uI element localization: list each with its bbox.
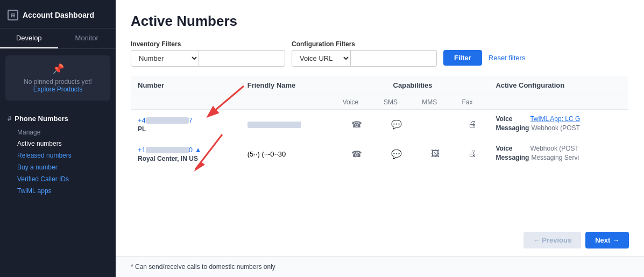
config-voice-value-2: Webhook (POST bbox=[530, 145, 578, 152]
explore-products-link[interactable]: Explore Products bbox=[33, 86, 82, 93]
config-voice-label-2: Voice bbox=[496, 145, 528, 152]
pin-icon: 📌 bbox=[11, 63, 105, 75]
sidebar-item-active-numbers[interactable]: Active numbers bbox=[14, 138, 110, 150]
account-icon: ⊞ bbox=[8, 10, 18, 20]
config-cell-2: Voice Webhook (POST Messaging Messaging … bbox=[489, 139, 628, 169]
voice-cap-2: ☎ bbox=[336, 139, 377, 169]
config-msg-value-1: Webhook (POST bbox=[531, 124, 579, 132]
table-header-row: Number Friendly Name Capabilities Active… bbox=[131, 76, 629, 95]
main-content: Active Numbers Inventory Filters Number … bbox=[116, 0, 644, 224]
numbers-table-wrapper: Number Friendly Name Capabilities Active… bbox=[131, 75, 629, 169]
manage-label: Manage bbox=[14, 127, 110, 138]
tab-develop[interactable]: Develop bbox=[0, 29, 58, 48]
cap-sub-headers: Voice SMS MMS Fax bbox=[131, 95, 629, 110]
config-msg-label-1: Messaging bbox=[496, 124, 529, 132]
number-link-2[interactable]: +10 ▲ bbox=[138, 146, 202, 154]
col-active-config: Active Configuration bbox=[489, 76, 628, 95]
number-cell-2: +10 ▲ Royal Center, IN US bbox=[131, 139, 241, 169]
reset-filters-button[interactable]: Reset filters bbox=[486, 50, 528, 66]
phone-numbers-label: Phone Numbers bbox=[15, 115, 68, 123]
config-msg-value-2: Messaging Servi bbox=[531, 154, 579, 161]
sidebar-header[interactable]: ⊞ Account Dashboard bbox=[0, 0, 116, 29]
config-filter-group: Configuration Filters Voice URL SMS URL … bbox=[292, 40, 437, 67]
cap-voice: Voice bbox=[336, 95, 377, 110]
config-filter-select[interactable]: Voice URL SMS URL MMS URL bbox=[292, 50, 351, 67]
account-dashboard-label: Account Dashboard bbox=[23, 11, 94, 19]
fax-cap-1: 🖨 bbox=[456, 110, 490, 139]
voice-cap-1: ☎ bbox=[336, 110, 377, 139]
filters-row: Inventory Filters Number Friendly Name S… bbox=[131, 40, 629, 67]
sidebar-item-verified-caller-ids[interactable]: Verified Caller IDs bbox=[14, 173, 110, 185]
table-row: +10 ▲ Royal Center, IN US (5··) (··-0··3… bbox=[131, 139, 629, 169]
sidebar-item-twil-apps[interactable]: TwiML apps bbox=[14, 185, 110, 197]
number-location-2: Royal Center, IN US bbox=[138, 155, 235, 162]
config-voice-label-1: Voice bbox=[496, 115, 528, 123]
pinned-message: No pinned products yet! bbox=[11, 78, 105, 86]
mms-cap-1 bbox=[415, 110, 455, 139]
phone-numbers-sub: Manage Active numbers Released numbers B… bbox=[5, 127, 110, 197]
filter-button[interactable]: Filter bbox=[443, 50, 482, 66]
sms-cap-2: 💬 bbox=[377, 139, 415, 169]
main-content-area: Active Numbers Inventory Filters Number … bbox=[116, 0, 644, 277]
filter-buttons: Filter Reset filters bbox=[443, 50, 527, 66]
footer-note-text: * Can send/receive calls to domestic num… bbox=[131, 263, 275, 271]
inventory-filter-input[interactable] bbox=[199, 50, 285, 67]
phone-numbers-section: # Phone Numbers Manage Active numbers Re… bbox=[0, 107, 116, 199]
numbers-table: Number Friendly Name Capabilities Active… bbox=[131, 75, 629, 169]
sidebar-item-buy-number[interactable]: Buy a number bbox=[14, 161, 110, 173]
inventory-filter-select[interactable]: Number Friendly Name Status bbox=[131, 50, 199, 67]
inventory-filter-group: Inventory Filters Number Friendly Name S… bbox=[131, 40, 285, 67]
number-cell-1: +47 PL bbox=[131, 110, 241, 139]
config-voice-value-1[interactable]: TwiML App: LC G bbox=[530, 115, 580, 123]
phone-numbers-header[interactable]: # Phone Numbers bbox=[5, 112, 110, 125]
tab-monitor[interactable]: Monitor bbox=[58, 29, 116, 48]
sidebar: ⊞ Account Dashboard Develop Monitor 📌 No… bbox=[0, 0, 116, 277]
inventory-filter-inputs: Number Friendly Name Status bbox=[131, 50, 285, 67]
pagination-row: ← Previous Next → bbox=[116, 224, 644, 254]
config-filter-label: Configuration Filters bbox=[292, 40, 437, 48]
footer-note: * Can send/receive calls to domestic num… bbox=[116, 256, 644, 277]
sms-cap-1: 💬 bbox=[377, 110, 415, 139]
page-title: Active Numbers bbox=[131, 13, 629, 30]
config-msg-label-2: Messaging bbox=[496, 154, 529, 161]
config-cell-1: Voice TwiML App: LC G Messaging Webhook … bbox=[489, 110, 628, 139]
hash-icon: # bbox=[8, 115, 11, 123]
number-location-1: PL bbox=[138, 125, 235, 133]
next-button[interactable]: Next → bbox=[585, 232, 629, 248]
fax-cap-2: 🖨 bbox=[456, 139, 490, 169]
friendly-name-blur-1 bbox=[247, 122, 301, 128]
cap-fax: Fax bbox=[456, 95, 490, 110]
col-friendly-name: Friendly Name bbox=[241, 76, 336, 95]
friendly-name-cell-1 bbox=[241, 110, 336, 139]
number-link-1[interactable]: +47 bbox=[138, 116, 193, 124]
config-filter-input[interactable] bbox=[351, 50, 437, 67]
col-number: Number bbox=[131, 76, 241, 95]
friendly-name-text-2: (5··) (··-0··30 bbox=[247, 150, 286, 158]
sidebar-tabs: Develop Monitor bbox=[0, 29, 116, 49]
table-row: +47 PL ☎ 💬 🖨 Voice bbox=[131, 110, 629, 139]
pinned-products: 📌 No pinned products yet! Explore Produc… bbox=[5, 55, 110, 101]
inventory-filter-label: Inventory Filters bbox=[131, 40, 285, 48]
mms-cap-2: 🖼 bbox=[415, 139, 455, 169]
cap-sms: SMS bbox=[377, 95, 415, 110]
sidebar-item-released-numbers[interactable]: Released numbers bbox=[14, 150, 110, 161]
config-filter-inputs: Voice URL SMS URL MMS URL bbox=[292, 50, 437, 67]
friendly-name-cell-2: (5··) (··-0··30 bbox=[241, 139, 336, 169]
col-capabilities: Capabilities bbox=[336, 76, 490, 95]
previous-button[interactable]: ← Previous bbox=[523, 232, 582, 248]
cap-mms: MMS bbox=[415, 95, 455, 110]
